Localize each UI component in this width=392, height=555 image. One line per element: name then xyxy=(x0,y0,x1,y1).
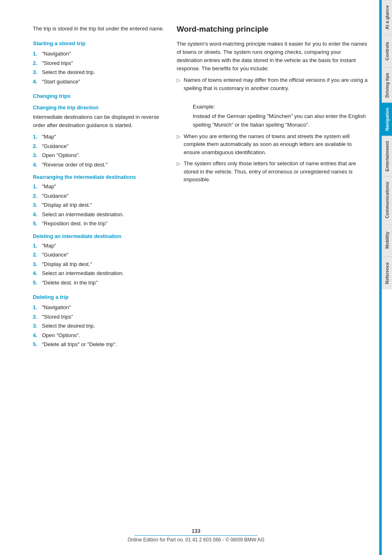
sidebar-tabs: At a glance Controls Driving tips Naviga… xyxy=(380,0,392,555)
list-item: 2."Stored trips" xyxy=(33,313,164,321)
section-changing-trips: Changing trips Changing the trip directi… xyxy=(33,93,164,287)
steps-starting: 1."Navigation" 2."Stored trips" 3.Select… xyxy=(33,50,164,86)
steps-deleting-trip: 1."Navigation" 2."Stored trips" 3.Select… xyxy=(33,303,164,349)
bullet-arrow-icon: ▷ xyxy=(177,160,180,184)
intro-text: The trip is stored in the trip list unde… xyxy=(33,25,164,33)
bullet-arrow-icon: ▷ xyxy=(177,133,180,157)
tab-navigation[interactable]: Navigation xyxy=(382,102,392,136)
list-item: 2."Guidance" xyxy=(33,142,164,150)
right-intro: The system's word-matching principle mak… xyxy=(177,40,368,73)
list-item: 3."Display all trip dest." xyxy=(33,260,164,268)
list-item: 1."Map" xyxy=(33,133,164,141)
blue-accent-bar xyxy=(379,0,380,555)
list-item: 5."Delete all trips" or "Delete trip". xyxy=(33,340,164,349)
example-label: Example: xyxy=(193,103,368,111)
bullet-item-letters: ▷ The system offers only those letters f… xyxy=(177,160,368,184)
section-heading-starting: Starting a stored trip xyxy=(33,40,164,46)
steps-deleting-intermediate: 1."Map" 2."Guidance" 3."Display all trip… xyxy=(33,242,164,287)
bullet-arrow-icon: ▷ xyxy=(177,76,180,129)
bullet-text-spelling: Names of towns entered may differ from t… xyxy=(184,77,368,91)
list-item: 4.Open "Options". xyxy=(33,331,164,340)
section-deleting-trip: Deleting a trip 1."Navigation" 2."Stored… xyxy=(33,294,164,349)
tab-mobility[interactable]: Mobility xyxy=(382,224,392,257)
example-text: Instead of the German spelling "München"… xyxy=(193,112,368,129)
list-item: 3.Select the desired trip. xyxy=(33,322,164,330)
list-item: 3.Select the desired trip. xyxy=(33,68,164,76)
footer-divider xyxy=(134,535,258,536)
list-item: 1."Map" xyxy=(33,183,164,191)
list-item: 2."Guidance" xyxy=(33,192,164,200)
list-item: 2."Guidance" xyxy=(33,251,164,259)
list-item: 4."Start guidance" xyxy=(33,78,164,86)
list-item: 5."Delete dest. in the trip" xyxy=(33,279,164,287)
tab-reference[interactable]: Reference xyxy=(382,257,392,289)
list-item: 3."Display all trip dest." xyxy=(33,201,164,209)
list-item: 1."Navigation" xyxy=(33,50,164,58)
bullet-item-spelling: ▷ Names of towns entered may differ from… xyxy=(177,76,368,129)
steps-rearranging: 1."Map" 2."Guidance" 3."Display all trip… xyxy=(33,183,164,228)
tab-at-a-glance[interactable]: At a glance xyxy=(382,0,392,35)
bullet-item-autocomplete: ▷ When you are entering the names of tow… xyxy=(177,132,368,157)
footer-copyright: Online Edition for Part no. 01 41 2 603 … xyxy=(0,537,392,543)
bullet-text-autocomplete: When you are entering the names of towns… xyxy=(184,132,368,157)
direction-body: Intermediate destinations can be display… xyxy=(33,113,164,130)
list-item: 3.Open "Options". xyxy=(33,151,164,160)
list-item: 5."Reposition dest. in the trip" xyxy=(33,220,164,228)
list-item: 4.Select an intermediate destination. xyxy=(33,210,164,219)
left-column: The trip is stored in the trip list unde… xyxy=(33,25,164,539)
tab-driving-tips[interactable]: Driving tips xyxy=(382,67,392,103)
list-item: 1."Navigation" xyxy=(33,303,164,312)
page-title: Word-matching principle xyxy=(177,25,368,34)
bullet-text-letters: The system offers only those letters for… xyxy=(184,160,368,184)
list-item: 2."Stored trips" xyxy=(33,59,164,67)
section-starting-stored-trip: Starting a stored trip 1."Navigation" 2.… xyxy=(33,40,164,86)
subsection-heading-deleting-intermediate: Deleting an intermediate destination xyxy=(33,234,164,239)
subsection-heading-direction: Changing the trip direction xyxy=(33,105,164,111)
right-column: Word-matching principle The system's wor… xyxy=(177,25,368,539)
steps-direction: 1."Map" 2."Guidance" 3.Open "Options". 4… xyxy=(33,133,164,169)
footer: 133 Online Edition for Part no. 01 41 2 … xyxy=(0,528,392,543)
section-heading-changing: Changing trips xyxy=(33,93,164,99)
tab-entertainment[interactable]: Entertainment xyxy=(382,136,392,176)
subsection-heading-rearranging: Rearranging the intermediate destination… xyxy=(33,174,164,180)
list-item: 1."Map" xyxy=(33,242,164,250)
list-item: 4.Select an intermediate destination. xyxy=(33,269,164,278)
tab-controls[interactable]: Controls xyxy=(382,35,392,67)
tab-communications[interactable]: Communications xyxy=(382,176,392,223)
list-item: 4."Reverse order of trip dest." xyxy=(33,161,164,169)
page-number: 133 xyxy=(0,528,392,534)
bullet-list: ▷ Names of towns entered may differ from… xyxy=(177,76,368,183)
section-heading-deleting-trip: Deleting a trip xyxy=(33,294,164,300)
